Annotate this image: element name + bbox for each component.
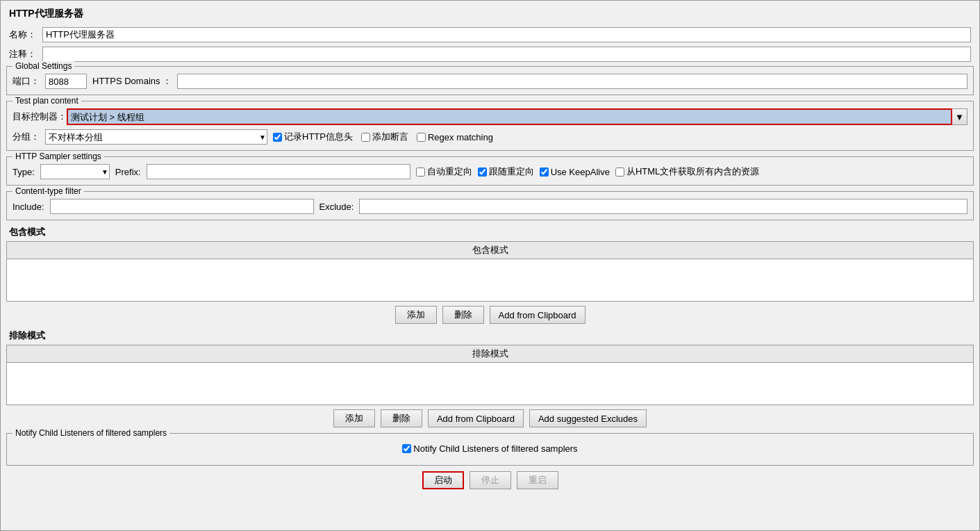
add-assertion-label: 添加断言 bbox=[372, 131, 408, 143]
record-http-item: 记录HTTP信息头 bbox=[273, 131, 353, 143]
notify-content: Notify Child Listeners of filtered sampl… bbox=[13, 438, 967, 459]
name-row: 名称： bbox=[6, 27, 974, 42]
notify-label: Notify Child Listeners of filtered sampl… bbox=[413, 443, 577, 454]
follow-redirect-item: 跟随重定向 bbox=[478, 165, 534, 178]
include-patterns-title: 包含模式 bbox=[6, 226, 974, 238]
https-input[interactable] bbox=[177, 74, 967, 89]
exclude-patterns-section: 排除模式 排除模式 添加 删除 Add from Clipboard Add s… bbox=[6, 329, 974, 427]
follow-redirect-label: 跟随重定向 bbox=[489, 165, 534, 178]
stop-button[interactable]: 停止 bbox=[470, 471, 511, 489]
global-settings-title: Global Settings bbox=[13, 61, 74, 71]
type-select[interactable] bbox=[40, 164, 110, 179]
exclude-label: Exclude: bbox=[319, 202, 354, 212]
target-select[interactable]: 测试计划 > 线程组 bbox=[67, 108, 952, 125]
use-keepalive-checkbox[interactable] bbox=[540, 168, 549, 177]
exclude-suggested-button[interactable]: Add suggested Excludes bbox=[529, 409, 647, 427]
group-select-wrapper: 不对样本分组 ▼ bbox=[45, 129, 267, 145]
exclude-patterns-table: 排除模式 bbox=[6, 345, 974, 405]
include-table-header: 包含模式 bbox=[7, 242, 973, 259]
use-keepalive-label: Use KeepAlive bbox=[551, 167, 610, 177]
exclude-patterns-title: 排除模式 bbox=[6, 329, 974, 342]
sampler-settings-group: HTTP Sampler settings Type: ▼ Prefix: 自动… bbox=[6, 156, 974, 186]
prefix-label: Prefix: bbox=[115, 167, 141, 177]
auto-redirect-checkbox[interactable] bbox=[416, 168, 425, 177]
include-label: Include: bbox=[13, 202, 44, 212]
sampler-settings-title: HTTP Sampler settings bbox=[13, 152, 104, 161]
comment-row: 注释： bbox=[6, 47, 974, 62]
global-settings-row: 端口： HTTPS Domains ： bbox=[13, 74, 967, 89]
bottom-buttons: 启动 停止 重启 bbox=[6, 471, 974, 489]
exclude-button-row: 添加 删除 Add from Clipboard Add suggested E… bbox=[6, 409, 974, 427]
include-delete-button[interactable]: 删除 bbox=[442, 306, 484, 324]
type-label: Type: bbox=[13, 167, 35, 177]
sampler-row: Type: ▼ Prefix: 自动重定向 跟随重定向 bbox=[13, 164, 967, 179]
follow-redirect-checkbox[interactable] bbox=[478, 168, 487, 177]
include-clipboard-button[interactable]: Add from Clipboard bbox=[490, 306, 585, 324]
auto-redirect-label: 自动重定向 bbox=[427, 165, 472, 178]
comment-input[interactable] bbox=[42, 47, 971, 62]
exclude-table-header: 排除模式 bbox=[7, 345, 973, 363]
window-title: HTTP代理服务器 bbox=[6, 6, 974, 22]
retrieve-resources-checkbox[interactable] bbox=[615, 168, 624, 177]
name-label: 名称： bbox=[9, 28, 42, 41]
target-dropdown-btn[interactable]: ▼ bbox=[952, 108, 967, 125]
notify-title: Notify Child Listeners of filtered sampl… bbox=[13, 428, 169, 438]
regex-matching-item: Regex matching bbox=[417, 132, 493, 142]
port-label: 端口： bbox=[13, 75, 40, 88]
checkbox-group: 记录HTTP信息头 添加断言 Regex matching bbox=[273, 131, 493, 143]
auto-redirect-item: 自动重定向 bbox=[416, 165, 472, 178]
retrieve-resources-label: 从HTML文件获取所有内含的资源 bbox=[626, 165, 759, 178]
include-button-row: 添加 删除 Add from Clipboard bbox=[6, 306, 974, 324]
exclude-input[interactable] bbox=[359, 199, 967, 214]
exclude-delete-button[interactable]: 删除 bbox=[381, 409, 422, 427]
port-input[interactable] bbox=[45, 74, 87, 89]
include-input[interactable] bbox=[50, 199, 314, 214]
main-window: HTTP代理服务器 名称： 注释： Global Settings 端口： HT… bbox=[0, 0, 980, 531]
test-plan-group: Test plan content 目标控制器： 测试计划 > 线程组 ▼ 分组… bbox=[6, 101, 974, 151]
notify-checkbox[interactable] bbox=[402, 444, 411, 453]
target-row: 目标控制器： 测试计划 > 线程组 ▼ bbox=[13, 108, 967, 125]
start-button[interactable]: 启动 bbox=[422, 471, 464, 489]
group-row: 分组： 不对样本分组 ▼ 记录HTTP信息头 添加断言 bbox=[13, 129, 967, 145]
content-filter-group: Content-type filter Include: Exclude: bbox=[6, 191, 974, 220]
filter-row: Include: Exclude: bbox=[13, 199, 967, 214]
add-assertion-checkbox[interactable] bbox=[361, 133, 370, 142]
regex-matching-label: Regex matching bbox=[428, 132, 493, 142]
use-keepalive-item: Use KeepAlive bbox=[540, 167, 610, 177]
test-plan-title: Test plan content bbox=[13, 96, 81, 106]
exclude-clipboard-button[interactable]: Add from Clipboard bbox=[428, 409, 524, 427]
include-patterns-table: 包含模式 bbox=[6, 241, 974, 302]
exclude-table-body[interactable] bbox=[7, 363, 973, 405]
notify-section: Notify Child Listeners of filtered sampl… bbox=[6, 433, 974, 466]
target-label: 目标控制器： bbox=[13, 111, 67, 123]
group-select[interactable]: 不对样本分组 bbox=[45, 129, 267, 145]
include-table-body[interactable] bbox=[7, 259, 973, 301]
retrieve-resources-item: 从HTML文件获取所有内含的资源 bbox=[615, 165, 759, 178]
record-http-checkbox[interactable] bbox=[273, 133, 282, 142]
restart-button[interactable]: 重启 bbox=[517, 471, 558, 489]
https-label: HTTPS Domains ： bbox=[92, 75, 172, 88]
record-http-label: 记录HTTP信息头 bbox=[284, 131, 353, 143]
type-select-wrapper: ▼ bbox=[40, 164, 110, 179]
comment-label: 注释： bbox=[9, 48, 42, 60]
exclude-add-button[interactable]: 添加 bbox=[333, 409, 375, 427]
include-patterns-section: 包含模式 包含模式 添加 删除 Add from Clipboard bbox=[6, 226, 974, 324]
global-settings-group: Global Settings 端口： HTTPS Domains ： bbox=[6, 66, 974, 95]
name-input[interactable] bbox=[42, 27, 971, 42]
notify-checkbox-item: Notify Child Listeners of filtered sampl… bbox=[402, 443, 577, 454]
prefix-input[interactable] bbox=[147, 164, 410, 179]
add-assertion-item: 添加断言 bbox=[361, 131, 408, 143]
content-filter-title: Content-type filter bbox=[13, 186, 84, 196]
regex-matching-checkbox[interactable] bbox=[417, 133, 426, 142]
include-add-button[interactable]: 添加 bbox=[395, 306, 437, 324]
group-label: 分组： bbox=[13, 131, 40, 143]
target-select-wrapper: 测试计划 > 线程组 ▼ bbox=[67, 108, 967, 125]
